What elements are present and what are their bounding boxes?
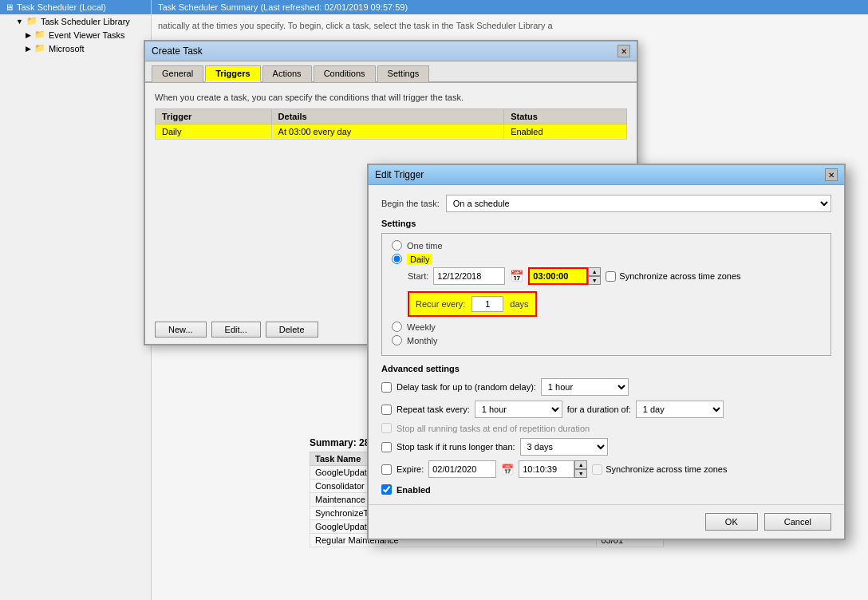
recur-value-input[interactable] xyxy=(471,296,503,312)
new-trigger-button[interactable]: New... xyxy=(155,322,207,338)
enabled-checkbox[interactable] xyxy=(381,484,392,495)
repeat-task-row: Repeat task every: 1 hour 30 minutes for… xyxy=(381,401,831,418)
edit-trigger-close-button[interactable]: ✕ xyxy=(825,168,838,181)
daily-radio[interactable] xyxy=(392,254,402,264)
create-task-close-button[interactable]: ✕ xyxy=(617,45,630,57)
expire-spin-down[interactable]: ▼ xyxy=(574,469,587,478)
chevron-right-icon-ms: ▶ xyxy=(26,45,31,53)
sidebar-title: 🖥 Task Scheduler (Local) xyxy=(0,0,151,14)
computer-icon: 🖥 xyxy=(5,2,14,12)
weekly-label: Weekly xyxy=(407,322,436,332)
spin-up-button[interactable]: ▲ xyxy=(588,267,601,276)
begin-task-dropdown[interactable]: On a schedule At log on At startup xyxy=(446,195,831,212)
content-body: natically at the times you specify. To b… xyxy=(152,14,868,37)
repeat-task-label: Repeat task every: xyxy=(397,405,470,414)
recur-unit-label: days xyxy=(510,299,528,309)
delay-task-dropdown[interactable]: 1 hour 30 minutes 1 day xyxy=(541,378,629,396)
expire-sync-label: Synchronize across time zones xyxy=(592,464,727,475)
expire-spin-up[interactable]: ▲ xyxy=(574,460,587,469)
repeat-task-checkbox[interactable] xyxy=(381,405,392,415)
folder-icon: 📁 xyxy=(26,16,37,26)
trigger-cell-details: At 03:00 every day xyxy=(271,124,504,140)
settings-box: One time Daily Start: 📅 ▲ ▼ xyxy=(381,233,831,356)
trigger-table: Trigger Details Status Daily At 03:00 ev… xyxy=(155,109,627,140)
start-time-input[interactable] xyxy=(528,267,588,285)
tab-triggers[interactable]: Triggers xyxy=(205,65,260,82)
trigger-cell-name: Daily xyxy=(156,124,272,140)
expire-time-input[interactable] xyxy=(519,460,574,478)
expire-sync-checkbox[interactable] xyxy=(592,464,602,475)
tab-general[interactable]: General xyxy=(152,65,203,82)
delay-task-checkbox[interactable] xyxy=(381,382,392,393)
expire-time-spinner[interactable]: ▲ ▼ xyxy=(574,460,587,478)
trigger-description: When you create a task, you can specify … xyxy=(155,93,627,102)
trigger-col-details: Details xyxy=(271,109,504,124)
edit-trigger-dialog-buttons: OK Cancel xyxy=(369,504,844,539)
trigger-col-status: Status xyxy=(504,109,627,124)
monthly-label: Monthly xyxy=(407,336,438,345)
content-header: Task Scheduler Summary (Last refreshed: … xyxy=(152,0,868,14)
calendar-icon[interactable]: 📅 xyxy=(510,270,523,282)
advanced-settings-section: Advanced settings Delay task for up to (… xyxy=(381,364,831,495)
one-time-label: One time xyxy=(407,241,443,251)
for-duration-label: for a duration of: xyxy=(567,405,631,414)
enabled-label: Enabled xyxy=(397,485,431,495)
chevron-right-icon: ▶ xyxy=(26,31,31,39)
weekly-row: Weekly xyxy=(392,322,821,332)
sidebar-app-title: Task Scheduler (Local) xyxy=(17,2,106,12)
start-row: Start: 📅 ▲ ▼ Synchronize across time zon… xyxy=(408,267,821,285)
sync-timezone-label: Synchronize across time zones xyxy=(606,271,740,282)
sidebar-item-event-viewer-tasks[interactable]: ▶ 📁 Event Viewer Tasks xyxy=(0,28,151,41)
advanced-settings-title: Advanced settings xyxy=(381,364,831,373)
sidebar-item-label-ev: Event Viewer Tasks xyxy=(49,30,125,40)
sync-timezone-checkbox[interactable] xyxy=(606,271,616,282)
settings-section-label: Settings xyxy=(381,219,831,228)
recur-label: Recur every: xyxy=(416,299,465,309)
expire-row: Expire: 📅 ▲ ▼ Synchronize across time zo… xyxy=(381,460,831,478)
sidebar-item-label: Task Scheduler Library xyxy=(41,17,130,26)
sidebar: 🖥 Task Scheduler (Local) ▼ 📁 Task Schedu… xyxy=(0,0,152,600)
cancel-button[interactable]: Cancel xyxy=(764,513,831,531)
tab-settings[interactable]: Settings xyxy=(377,65,430,82)
expire-checkbox[interactable] xyxy=(381,464,392,475)
begin-task-label: Begin the task: xyxy=(381,199,440,208)
chevron-down-icon: ▼ xyxy=(16,18,23,26)
begin-task-row: Begin the task: On a schedule At log on … xyxy=(381,195,831,212)
expire-calendar-icon[interactable]: 📅 xyxy=(501,464,514,476)
stop-task-dropdown[interactable]: 3 days 1 day 1 hour xyxy=(520,438,608,456)
spin-down-button[interactable]: ▼ xyxy=(588,276,601,285)
stop-running-checkbox[interactable] xyxy=(381,423,392,433)
one-time-row: One time xyxy=(392,240,821,251)
time-spinner[interactable]: ▲ ▼ xyxy=(588,267,601,285)
expire-date-input[interactable] xyxy=(428,460,496,478)
trigger-cell-status: Enabled xyxy=(504,124,627,140)
recur-box: Recur every: days xyxy=(408,291,537,317)
folder-icon-ev: 📁 xyxy=(34,30,45,40)
tab-actions[interactable]: Actions xyxy=(262,65,312,82)
stop-running-row: Stop all running tasks at end of repetit… xyxy=(381,423,831,433)
one-time-radio[interactable] xyxy=(392,240,402,251)
monthly-radio[interactable] xyxy=(392,335,402,345)
sidebar-item-task-scheduler-library[interactable]: ▼ 📁 Task Scheduler Library xyxy=(0,14,151,28)
sidebar-item-label-ms: Microsoft xyxy=(49,44,85,53)
daily-label: Daily xyxy=(407,255,432,264)
ok-button[interactable]: OK xyxy=(705,513,758,531)
start-date-input[interactable] xyxy=(433,267,505,285)
trigger-row[interactable]: Daily At 03:00 every day Enabled xyxy=(156,124,627,140)
stop-task-row: Stop task if it runs longer than: 3 days… xyxy=(381,438,831,456)
tab-conditions[interactable]: Conditions xyxy=(314,65,376,82)
sidebar-item-microsoft[interactable]: ▶ 📁 Microsoft xyxy=(0,41,151,55)
stop-task-label: Stop task if it runs longer than: xyxy=(397,442,515,452)
edit-trigger-body: Begin the task: On a schedule At log on … xyxy=(369,185,844,504)
create-task-tabs: General Triggers Actions Conditions Sett… xyxy=(145,61,637,83)
weekly-radio[interactable] xyxy=(392,322,402,332)
edit-trigger-button[interactable]: Edit... xyxy=(211,322,261,338)
delete-trigger-button[interactable]: Delete xyxy=(266,322,318,338)
expire-label: Expire: xyxy=(397,464,424,474)
stop-task-checkbox[interactable] xyxy=(381,442,392,452)
edit-trigger-titlebar: Edit Trigger ✕ xyxy=(369,165,844,185)
repeat-task-dropdown[interactable]: 1 hour 30 minutes xyxy=(475,401,562,418)
delay-task-row: Delay task for up to (random delay): 1 h… xyxy=(381,378,831,396)
for-duration-dropdown[interactable]: 1 day Indefinitely xyxy=(636,401,724,418)
edit-trigger-dialog: Edit Trigger ✕ Begin the task: On a sche… xyxy=(367,164,846,540)
